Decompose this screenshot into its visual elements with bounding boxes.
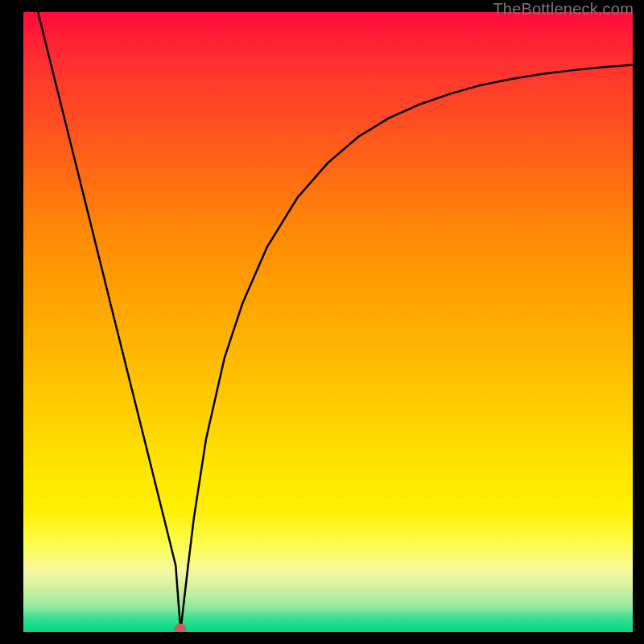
optimal-point-marker (175, 624, 187, 633)
attribution-watermark: TheBottleneck.com (493, 0, 634, 19)
plot-area (23, 12, 633, 632)
chart-frame: TheBottleneck.com (0, 0, 644, 644)
gradient-background (23, 12, 633, 632)
